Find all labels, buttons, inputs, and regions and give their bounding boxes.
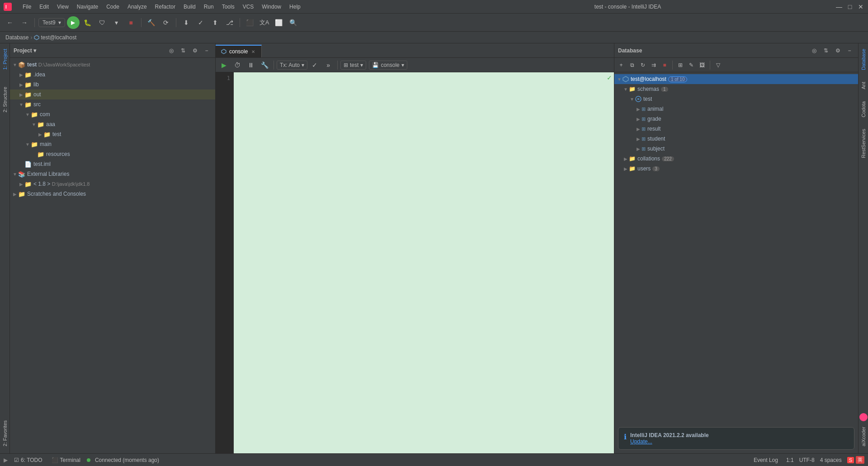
history-button[interactable]: ⏱ bbox=[231, 59, 244, 71]
db-item-grade[interactable]: ▶ ⊞ grade bbox=[614, 114, 858, 124]
expand-arrow-out[interactable]: ▶ bbox=[18, 92, 24, 97]
expand-arrow-main[interactable]: ▼ bbox=[24, 142, 31, 147]
menu-run[interactable]: Run bbox=[200, 3, 217, 11]
more-run-options-button[interactable]: ▾ bbox=[110, 16, 123, 29]
commit-button[interactable]: ✓ bbox=[308, 59, 321, 71]
menu-tools[interactable]: Tools bbox=[218, 3, 238, 11]
db-item-test-schema[interactable]: ▼ test bbox=[614, 94, 858, 104]
run-button[interactable]: ▶ bbox=[67, 16, 80, 29]
menu-vcs[interactable]: VCS bbox=[239, 3, 258, 11]
expand-arrow-schemas[interactable]: ▼ bbox=[623, 87, 629, 92]
menu-file[interactable]: File bbox=[19, 3, 35, 11]
menu-analyze[interactable]: Analyze bbox=[124, 3, 151, 11]
expand-arrow-grade[interactable]: ▶ bbox=[635, 117, 642, 122]
tree-item-jdk[interactable]: ▶ 📁 < 1.8 > D:\java\jdk\jdk1.8 bbox=[10, 179, 215, 189]
tree-item-test-inner[interactable]: ▶ 📁 test bbox=[10, 129, 215, 139]
expand-arrow-subject[interactable]: ▶ bbox=[635, 146, 642, 151]
sidebar-tab-favorites[interactable]: 2: Favorites bbox=[1, 417, 9, 450]
sidebar-tab-aixcoder[interactable]: aiXcoder bbox=[860, 423, 867, 450]
terminal-tab[interactable]: ⬛ Terminal bbox=[49, 456, 83, 464]
tree-item-lib[interactable]: ▶ 📁 lib bbox=[10, 80, 215, 89]
presentation-button[interactable]: ⬜ bbox=[273, 16, 285, 29]
git-push-button[interactable]: ⬆ bbox=[209, 16, 222, 29]
db-scroll-button[interactable]: ⇉ bbox=[649, 60, 659, 70]
expand-arrow-users[interactable]: ▶ bbox=[623, 166, 629, 171]
sidebar-tab-restservices[interactable]: RestServices bbox=[860, 125, 867, 162]
sort-button[interactable]: ⇅ bbox=[178, 46, 188, 56]
close-button[interactable]: ✕ bbox=[857, 3, 864, 10]
tx-auto-selector[interactable]: Tx: Auto ▾ bbox=[277, 61, 307, 70]
db-item-subject[interactable]: ▶ ⊞ subject bbox=[614, 144, 858, 154]
db-refresh-button[interactable]: ↻ bbox=[638, 60, 648, 70]
pause-button[interactable]: ⏸ bbox=[245, 59, 257, 71]
translate-button[interactable]: 文A bbox=[258, 16, 271, 29]
expand-arrow-idea[interactable]: ▶ bbox=[18, 72, 24, 77]
stop-button[interactable]: ■ bbox=[125, 16, 137, 29]
db-image-button[interactable]: 🖼 bbox=[697, 60, 707, 70]
menu-help[interactable]: Help bbox=[286, 3, 304, 11]
db-item-users[interactable]: ▶ 📁 users 3 bbox=[614, 164, 858, 174]
breadcrumb-item-host[interactable]: test@localhost bbox=[34, 34, 76, 41]
tree-item-external-libs[interactable]: ▼ 📚 External Libraries bbox=[10, 169, 215, 179]
run-config-selector[interactable]: Test9 ▾ bbox=[38, 18, 65, 27]
expand-arrow-ext-libs[interactable]: ▼ bbox=[12, 172, 18, 177]
sidebar-tab-database[interactable]: Database bbox=[860, 45, 867, 74]
expand-arrow-collations[interactable]: ▶ bbox=[623, 156, 629, 161]
forward-button[interactable]: → bbox=[18, 16, 31, 29]
tree-item-idea[interactable]: ▶ 📁 .idea bbox=[10, 70, 215, 80]
expand-arrow-src[interactable]: ▼ bbox=[18, 102, 24, 107]
debug-button[interactable]: 🐛 bbox=[81, 16, 94, 29]
editor-tab-console[interactable]: console ✕ bbox=[216, 45, 262, 57]
expand-arrow-test[interactable]: ▼ bbox=[12, 62, 18, 67]
tree-item-resources[interactable]: 📁 resources bbox=[10, 149, 215, 159]
tree-item-scratches[interactable]: ▶ 📁 Scratches and Consoles bbox=[10, 189, 215, 199]
git-commit-button[interactable]: ✓ bbox=[194, 16, 207, 29]
close-tab-console[interactable]: ✕ bbox=[250, 48, 256, 55]
double-arrow-button[interactable]: » bbox=[322, 59, 335, 71]
editor-code-area[interactable] bbox=[234, 72, 614, 453]
expand-arrow-test-inner[interactable]: ▶ bbox=[37, 132, 43, 137]
run-wrench-button[interactable]: 🔧 bbox=[258, 59, 271, 71]
menu-build[interactable]: Build bbox=[180, 3, 199, 11]
expand-arrow-animal[interactable]: ▶ bbox=[635, 107, 642, 112]
console-target-selector[interactable]: 💾 console ▾ bbox=[369, 61, 407, 70]
db-edit-button[interactable]: ✎ bbox=[686, 60, 696, 70]
menu-edit[interactable]: Edit bbox=[36, 3, 52, 11]
db-stop-button[interactable]: ■ bbox=[660, 60, 670, 70]
maximize-button[interactable]: □ bbox=[846, 3, 854, 10]
run-with-coverage-button[interactable]: 🛡 bbox=[96, 16, 108, 29]
tree-item-com[interactable]: ▼ 📁 com bbox=[10, 109, 215, 119]
db-locate-button[interactable]: ◎ bbox=[809, 46, 819, 56]
tree-item-out[interactable]: ▶ 📁 out bbox=[10, 89, 215, 99]
locate-file-button[interactable]: ◎ bbox=[166, 46, 176, 56]
expand-arrow-test-schema[interactable]: ▼ bbox=[629, 97, 635, 102]
tree-item-test-module[interactable]: ▼ 📦 test D:\JavaWorkSpace\test bbox=[10, 60, 215, 70]
db-table-view-button[interactable]: ⊞ bbox=[675, 60, 685, 70]
execute-button[interactable]: ▶ bbox=[217, 59, 230, 71]
sidebar-tab-project[interactable]: 1: Project bbox=[1, 45, 9, 73]
db-item-localhost[interactable]: ▼ test@localhost 1 of 10 bbox=[614, 74, 858, 84]
terminal-button[interactable]: ⬛ bbox=[244, 16, 256, 29]
event-log-tab[interactable]: Event Log bbox=[751, 456, 781, 464]
update-link[interactable]: Update... bbox=[630, 438, 652, 445]
db-item-animal[interactable]: ▶ ⊞ animal bbox=[614, 104, 858, 114]
db-sort-button[interactable]: ⇅ bbox=[821, 46, 831, 56]
git-update-button[interactable]: ⬇ bbox=[180, 16, 193, 29]
settings-button[interactable]: ⚙ bbox=[190, 46, 200, 56]
expand-arrow-student[interactable]: ▶ bbox=[635, 137, 642, 141]
sync-button[interactable]: ⟳ bbox=[160, 16, 172, 29]
breadcrumb-item-database[interactable]: Database bbox=[5, 34, 28, 41]
expand-arrow-lib[interactable]: ▶ bbox=[18, 82, 24, 87]
expand-arrow-result[interactable]: ▶ bbox=[635, 127, 642, 132]
todo-tab[interactable]: ☑ 6: TODO bbox=[11, 456, 45, 464]
expand-arrow-com[interactable]: ▼ bbox=[24, 112, 31, 117]
db-settings-button[interactable]: ⚙ bbox=[833, 46, 843, 56]
expand-arrow-localhost[interactable]: ▼ bbox=[616, 77, 623, 82]
sidebar-tab-codota[interactable]: Codota bbox=[860, 98, 867, 121]
minimize-button[interactable]: — bbox=[835, 3, 843, 10]
db-filter-button[interactable]: ▽ bbox=[713, 60, 723, 70]
search-everywhere-button[interactable]: 🔍 bbox=[287, 16, 300, 29]
db-target-selector[interactable]: ⊞ test ▾ bbox=[340, 61, 366, 70]
menu-view[interactable]: View bbox=[53, 3, 72, 11]
menu-code[interactable]: Code bbox=[103, 3, 123, 11]
